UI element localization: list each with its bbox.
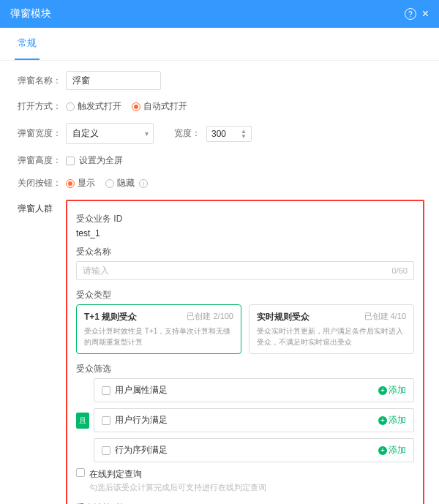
audience-name-count: 0/60 [392, 266, 408, 275]
plus-icon: + [378, 386, 387, 395]
popup-name-input[interactable] [66, 71, 161, 90]
filter-add-button[interactable]: + 添加 [378, 384, 406, 396]
plus-icon: + [378, 416, 387, 425]
filter-add-button[interactable]: + 添加 [378, 414, 406, 426]
filter-add-text: 添加 [389, 444, 406, 456]
filter-row-user-behavior: 且 用户行为满足 + 添加 [76, 408, 414, 432]
type-card-t1[interactable]: T+1 规则受众 已创建 2/100 受众计算时效性是 T+1，支持单次计算和无… [76, 304, 241, 354]
dialog-title: 弹窗模块 [10, 7, 51, 20]
and-tag: 且 [76, 413, 89, 429]
width-mode-select[interactable]: 自定义 ▾ [66, 123, 154, 144]
filter-label: 行为序列满足 [115, 444, 168, 456]
radio-auto-open[interactable]: 自动式打开 [132, 100, 187, 113]
radio-dot-icon [132, 102, 140, 111]
label-name: 弹窗名称： [18, 75, 66, 87]
chevron-down-icon: ▾ [145, 129, 149, 138]
label-height: 弹窗高度： [18, 154, 66, 167]
type-card-meta: 已创建 4/10 [364, 311, 406, 323]
type-card-realtime[interactable]: 实时规则受众 已创建 4/10 受众实时计算更新，用户满足条件后实时进入受众，不… [249, 304, 414, 354]
type-card-title: 实时规则受众 [257, 311, 309, 323]
online-check-label: 在线判定查询 [89, 468, 142, 481]
radio-dot-icon [66, 102, 75, 111]
online-check-hint: 勾选后该受众计算完成后可支持进行在线判定查询 [89, 482, 414, 493]
radio-auto-label: 自动式打开 [143, 100, 187, 113]
audience-name-input[interactable] [83, 266, 392, 276]
row-height: 弹窗高度： 设置为全屏 [18, 154, 424, 167]
radio-hide-label: 隐藏 [117, 177, 135, 189]
row-width: 弹窗宽度： 自定义 ▾ 宽度： 300 ▲▼ [18, 123, 424, 144]
radio-dot-icon [105, 179, 114, 188]
audience-side-label: 弹窗人群 [18, 200, 66, 215]
open-mode-group: 触发式打开 自动式打开 [66, 100, 187, 113]
dialog-header: 弹窗模块 ? × [0, 0, 439, 28]
online-check-checkbox[interactable] [76, 468, 85, 477]
row-name: 弹窗名称： [18, 71, 424, 90]
audience-name-field[interactable]: 0/60 [76, 261, 414, 280]
radio-show-label: 显示 [78, 177, 95, 189]
type-card-desc: 受众计算时效性是 T+1，支持单次计算和无缝的周期重复型计算 [84, 326, 233, 347]
filter-label: 用户属性满足 [115, 384, 168, 396]
form-body: 弹窗名称： 打开方式： 触发式打开 自动式打开 弹窗宽度： 自定义 ▾ 宽度： … [0, 61, 439, 504]
type-card-title: T+1 规则受众 [84, 311, 137, 323]
radio-dot-icon [66, 179, 75, 188]
close-icon[interactable]: × [422, 8, 429, 20]
row-audience: 弹窗人群 受众业务 ID test_1 受众名称 0/60 受众类型 T+1 规… [18, 200, 424, 504]
label-audience-filter: 受众筛选 [76, 363, 414, 375]
filter-box: 用户属性满足 + 添加 [94, 378, 414, 402]
width-mode-value: 自定义 [72, 127, 99, 140]
width-value-input[interactable]: 300 ▲▼ [206, 126, 252, 142]
type-card-meta: 已创建 2/100 [187, 311, 233, 323]
label-bizid: 受众业务 ID [76, 213, 414, 225]
header-actions: ? × [405, 8, 429, 20]
radio-close-show[interactable]: 显示 [66, 177, 95, 189]
filter-box: 行为序列满足 + 添加 [94, 438, 414, 462]
row-open-mode: 打开方式： 触发式打开 自动式打开 [18, 100, 424, 113]
filter-row-user-attr: 用户属性满足 + 添加 [76, 378, 414, 402]
filter-add-text: 添加 [389, 414, 406, 426]
tab-bar: 常规 [0, 28, 439, 61]
help-icon[interactable]: ? [405, 8, 416, 20]
radio-trigger-open[interactable]: 触发式打开 [66, 100, 121, 113]
radio-trigger-label: 触发式打开 [78, 100, 121, 113]
online-check-row: 在线判定查询 [76, 468, 414, 481]
tab-general[interactable]: 常规 [15, 28, 40, 60]
filter-checkbox[interactable] [102, 386, 110, 395]
type-card-head: T+1 规则受众 已创建 2/100 [84, 311, 233, 323]
close-btn-group: 显示 隐藏 [66, 177, 135, 189]
audience-type-cards: T+1 规则受众 已创建 2/100 受众计算时效性是 T+1，支持单次计算和无… [76, 304, 414, 354]
width-stepper[interactable]: ▲▼ [241, 129, 247, 139]
label-close: 关闭按钮： [18, 177, 66, 189]
radio-close-hide[interactable]: 隐藏 [105, 177, 135, 189]
type-card-desc: 受众实时计算更新，用户满足条件后实时进入受众，不满足时实时退出受众 [257, 326, 406, 347]
row-close-btn: 关闭按钮： 显示 隐藏 i [18, 177, 424, 189]
label-width-sub: 宽度： [174, 127, 200, 140]
filter-checkbox[interactable] [102, 416, 110, 425]
label-width: 弹窗宽度： [18, 127, 66, 140]
type-card-head: 实时规则受众 已创建 4/10 [257, 311, 406, 323]
fullscreen-label: 设置为全屏 [79, 154, 123, 167]
label-open: 打开方式： [18, 100, 66, 113]
filter-box: 用户行为满足 + 添加 [94, 408, 414, 432]
plus-icon: + [378, 446, 387, 455]
label-audience-name: 受众名称 [76, 246, 414, 258]
audience-panel: 受众业务 ID test_1 受众名称 0/60 受众类型 T+1 规则受众 已… [66, 200, 424, 504]
bizid-value: test_1 [76, 228, 414, 238]
filter-label: 用户行为满足 [115, 414, 168, 426]
label-audience-type: 受众类型 [76, 289, 414, 301]
filter-row-behavior-seq: 行为序列满足 + 添加 [76, 438, 414, 462]
width-value: 300 [211, 129, 226, 139]
filter-add-button[interactable]: + 添加 [378, 444, 406, 456]
info-icon[interactable]: i [139, 179, 148, 188]
filter-checkbox[interactable] [102, 446, 110, 455]
fullscreen-checkbox[interactable] [66, 157, 75, 165]
filter-add-text: 添加 [389, 384, 406, 396]
